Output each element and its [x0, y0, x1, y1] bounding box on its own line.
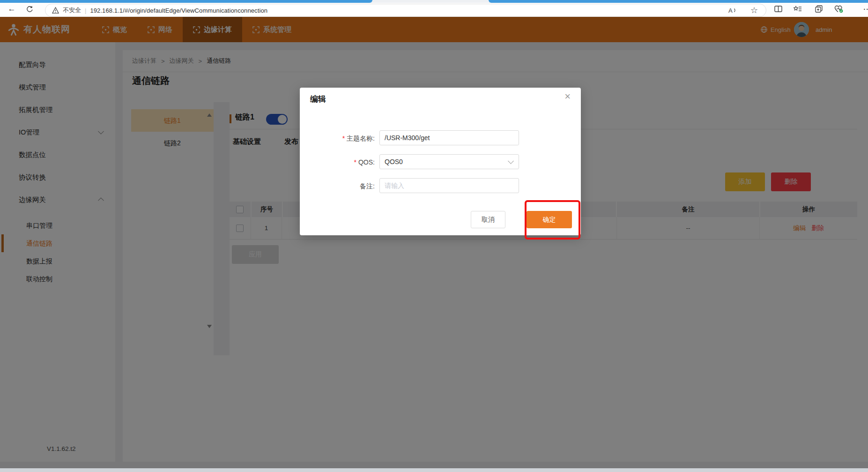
security-label[interactable]: 不安全: [63, 6, 81, 15]
separator: |: [85, 7, 86, 14]
favorites-hub-glyph: [794, 6, 802, 13]
horizontal-scrollbar[interactable]: [0, 468, 868, 472]
required-mark: *: [342, 135, 345, 142]
topic-name-input[interactable]: [379, 130, 519, 145]
tab-strip: [0, 0, 868, 3]
close-icon[interactable]: ×: [564, 91, 571, 102]
refresh-button[interactable]: [24, 4, 35, 14]
address-content: 不安全 | 192.168.1.1/#/origin/defaultEdge/V…: [52, 4, 267, 16]
form-row-remark: 备注:: [300, 178, 581, 194]
back-button[interactable]: ←: [7, 4, 17, 14]
modal-overlay: [0, 17, 868, 469]
tab-strip-blue-left: [0, 0, 372, 3]
required-mark: *: [354, 158, 356, 166]
browser-chrome: ← 不安全 | 192.168.1.1/#/origin/defaultEdge…: [0, 0, 868, 17]
qos-selected-value: QOS0: [385, 158, 403, 165]
confirm-button[interactable]: 确定: [527, 211, 572, 228]
collections-icon[interactable]: [814, 4, 824, 14]
more-menu-icon[interactable]: ⋯: [862, 4, 868, 14]
favorite-star-icon[interactable]: ☆: [749, 5, 759, 15]
not-secure-warning-icon: [52, 7, 59, 14]
chevron-down-icon: [508, 158, 514, 164]
qos-select[interactable]: QOS0: [379, 154, 519, 169]
form-row-qos: *QOS: QOS0: [300, 154, 581, 170]
dialog-title: 编辑: [310, 94, 326, 105]
field-label-text: 主题名称:: [347, 135, 375, 142]
browser-essentials-icon[interactable]: [834, 4, 844, 14]
collections-glyph: [815, 5, 823, 13]
browser-essentials-glyph: [834, 5, 844, 13]
form-row-topic: *主题名称:: [300, 130, 581, 146]
field-label: *QOS:: [300, 154, 375, 170]
read-aloud-glyph: A: [728, 7, 736, 14]
svg-text:A: A: [728, 7, 733, 14]
split-screen-icon[interactable]: [773, 4, 783, 14]
screen: 有人物联网 概览 网络 边缘计算 系统管理 English: [0, 0, 868, 472]
field-label: *主题名称:: [300, 130, 375, 146]
remark-input[interactable]: [379, 178, 519, 193]
refresh-icon: [26, 6, 33, 13]
cancel-button[interactable]: 取消: [471, 211, 505, 228]
field-label-text: QOS:: [358, 158, 375, 166]
split-screen-glyph: [774, 6, 782, 12]
tab-strip-blue-right: [489, 0, 868, 3]
field-label: 备注:: [300, 178, 375, 194]
url-text[interactable]: 192.168.1.1/#/origin/defaultEdge/ViewCom…: [90, 7, 267, 14]
edit-dialog: 编辑 × *主题名称: *QOS: QOS0 备注: 取消 确定: [300, 88, 581, 235]
field-label-text: 备注:: [360, 182, 375, 190]
address-bar[interactable]: 不安全 | 192.168.1.1/#/origin/defaultEdge/V…: [45, 4, 766, 17]
favorites-hub-icon[interactable]: [793, 4, 803, 14]
read-aloud-icon[interactable]: A: [727, 5, 737, 15]
